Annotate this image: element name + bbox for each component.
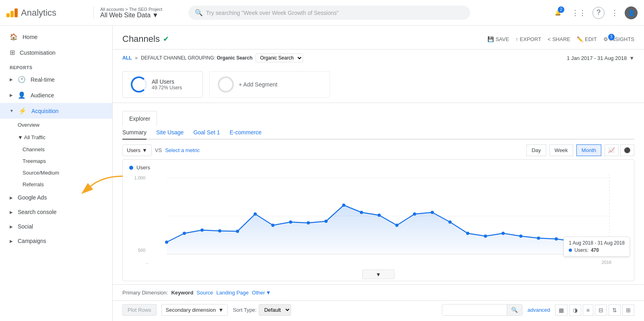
svg-point-9 [236, 230, 239, 233]
verified-icon: ✔ [163, 35, 169, 43]
plot-rows-button[interactable]: Plot Rows [122, 304, 157, 316]
sidebar-item-referrals[interactable]: Referrals [0, 179, 112, 190]
sidebar-item-all-traffic[interactable]: ▼ All Traffic [0, 131, 112, 144]
tab-ecommerce[interactable]: E-commerce [230, 126, 262, 139]
save-button[interactable]: 💾 SAVE [487, 36, 509, 42]
export-button[interactable]: ↑ EXPORT [516, 36, 541, 42]
compare-view-button[interactable]: ⇅ [609, 305, 621, 316]
metric-dropdown[interactable]: Users ▼ [122, 144, 152, 156]
channel-dropdown[interactable]: Organic Search [256, 54, 303, 62]
table-search: 🔍 [442, 304, 522, 316]
sidebar-item-campaigns[interactable]: ▶ Campaigns [0, 234, 112, 248]
sort-type-dropdown[interactable]: Default [259, 304, 291, 316]
vs-label: VS [155, 147, 162, 153]
save-icon: 💾 [487, 36, 494, 42]
table-search-button[interactable]: 🔍 [507, 305, 522, 315]
apps-button[interactable]: ⋮⋮ [572, 8, 586, 17]
advanced-link[interactable]: advanced [527, 307, 550, 313]
account-name[interactable]: All Web Site Data ▼ [100, 12, 182, 19]
sidebar-item-source-medium[interactable]: Source/Medium [0, 167, 112, 179]
insights-button[interactable]: 3 ⚙ INSIGHTS [603, 36, 634, 42]
secondary-dimension-dropdown[interactable]: Secondary dimension ▼ [161, 304, 228, 316]
sidebar-item-search-console[interactable]: ▶ Search console [0, 205, 112, 219]
primary-dim-landing-page[interactable]: Landing Page [217, 290, 249, 296]
primary-dimension-bar: Primary Dimension: Keyword Source Landin… [113, 284, 644, 300]
account-breadcrumb: All accounts > The SEO Project [100, 7, 182, 12]
svg-point-22 [466, 232, 469, 235]
dropdown-arrow-icon: ▼ [152, 12, 159, 19]
view-buttons: ▦ ◑ ≡ ⊟ ⇅ ⊞ [555, 305, 634, 316]
sidebar-item-google-ads[interactable]: ▶ Google Ads [0, 190, 112, 205]
segment-circle-add [218, 76, 234, 93]
add-segment-button[interactable]: + Add Segment [209, 71, 330, 98]
sidebar-item-overview[interactable]: Overview [0, 119, 112, 131]
expand-arrow-icon: ▶ [10, 93, 13, 97]
month-button[interactable]: Month [576, 144, 601, 156]
line-chart-button[interactable]: 📈 [605, 144, 619, 156]
page-title: Channels ✔ [122, 34, 169, 44]
primary-dim-source[interactable]: Source [196, 290, 213, 296]
chevron-down-icon: ▼ [266, 290, 271, 296]
scatter-view-button[interactable]: ⊞ [622, 305, 634, 316]
svg-point-16 [360, 211, 363, 214]
segment-all-users[interactable]: All Users 49.72% Users [122, 71, 203, 98]
tooltip-dot [569, 249, 572, 252]
search-bar[interactable]: 🔍 Try searching "Week over Week Growth o… [188, 6, 470, 20]
header-actions: 🔔 2 ⋮⋮ ? ⋮ 👤 [551, 6, 638, 20]
svg-point-26 [537, 237, 540, 240]
primary-dim-label: Primary Dimension: [122, 290, 168, 296]
sidebar-item-treemaps[interactable]: Treemaps [0, 155, 112, 167]
svg-point-7 [200, 228, 204, 232]
sort-type-label: Sort Type: [233, 307, 256, 313]
svg-point-25 [519, 235, 522, 238]
tab-site-usage[interactable]: Site Usage [156, 126, 184, 139]
svg-point-24 [502, 232, 505, 235]
edit-button[interactable]: ✏️ EDIT [577, 36, 597, 42]
svg-point-19 [413, 212, 416, 216]
sidebar-item-audience[interactable]: ▶ 👤 Audience [0, 87, 112, 103]
sidebar-item-home[interactable]: 🏠 Home [0, 29, 112, 45]
explorer-tab[interactable]: Explorer [122, 111, 157, 126]
network-icon: ⚡ [19, 107, 27, 115]
avatar[interactable]: 👤 [625, 6, 638, 19]
notifications-button[interactable]: 🔔 2 [551, 6, 565, 20]
primary-dim-active[interactable]: Keyword [171, 290, 193, 296]
expand-arrow-icon: ▶ [10, 239, 13, 243]
share-button[interactable]: < SHARE [548, 36, 570, 42]
svg-point-20 [431, 211, 434, 214]
day-button[interactable]: Day [526, 144, 546, 156]
breadcrumb-all[interactable]: ALL [122, 55, 132, 61]
more-options-button[interactable]: ⋮ [611, 8, 618, 17]
chart-svg[interactable] [149, 174, 627, 258]
primary-dim-other[interactable]: Other ▼ [252, 290, 271, 296]
table-search-input[interactable] [442, 305, 507, 315]
pie-view-button[interactable]: ◑ [569, 305, 581, 316]
help-button[interactable]: ? [592, 7, 605, 19]
chart-svg-container: 1,000 500 [123, 171, 634, 258]
date-range-picker[interactable]: 1 Jan 2017 - 31 Aug 2018 ▼ [567, 55, 634, 61]
sidebar-item-channels[interactable]: Channels [0, 144, 112, 155]
bottom-toolbar: Plot Rows Secondary dimension ▼ Sort Typ… [113, 300, 644, 319]
week-button[interactable]: Week [549, 144, 573, 156]
table-view-button[interactable]: ▦ [555, 305, 568, 316]
sidebar-item-customisation[interactable]: ⊞ Customisation [0, 45, 112, 60]
tab-goal-set[interactable]: Goal Set 1 [193, 126, 220, 139]
main-layout: 🏠 Home ⊞ Customisation REPORTS ▶ 🕐 Real-… [0, 26, 644, 321]
sidebar-item-social[interactable]: ▶ Social [0, 219, 112, 234]
pivot-view-button[interactable]: ⊟ [595, 305, 607, 316]
select-metric-button[interactable]: Select a metric [165, 147, 200, 153]
sidebar-item-acquisition[interactable]: ▼ ⚡ Acquisition [0, 103, 112, 119]
chart-legend-label: Users [136, 165, 150, 171]
tooltip-value: Users: 470 [569, 247, 625, 253]
insights-badge: 3 [608, 34, 615, 40]
expand-arrow-icon: ▶ [10, 210, 13, 214]
sidebar-item-realtime[interactable]: ▶ 🕐 Real-time [0, 72, 112, 87]
sidebar-search-console-label: Search console [18, 209, 57, 215]
dot-chart-button[interactable]: ⚫ [620, 144, 634, 156]
svg-point-10 [254, 212, 257, 216]
chart-dropdown-toggle[interactable]: ▼ [362, 270, 394, 279]
bar-view-button[interactable]: ≡ [583, 305, 593, 316]
tab-summary[interactable]: Summary [122, 126, 147, 140]
chart-controls: Users ▼ VS Select a metric Day Week Mont… [122, 140, 634, 159]
sidebar-customisation-label: Customisation [20, 49, 56, 56]
